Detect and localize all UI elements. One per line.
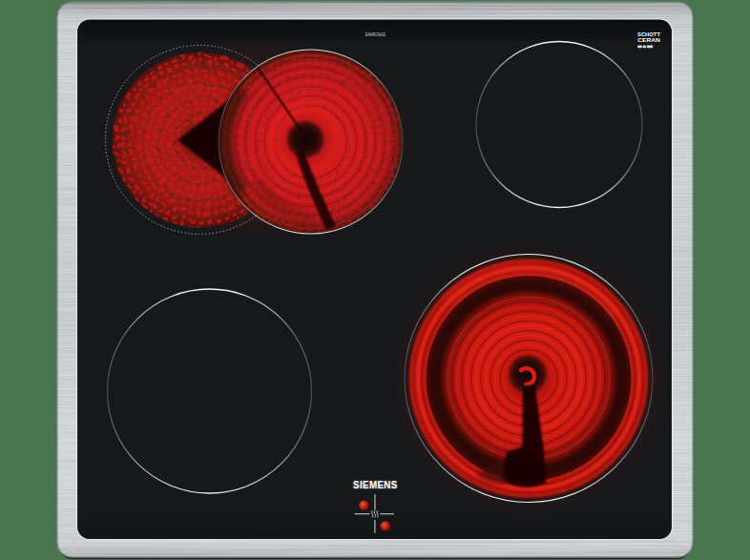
svg-text:EA64RGNA1E: EA64RGNA1E — [365, 32, 385, 37]
svg-text:SIEMENS: SIEMENS — [353, 479, 398, 490]
svg-text:CERAN: CERAN — [637, 37, 660, 43]
